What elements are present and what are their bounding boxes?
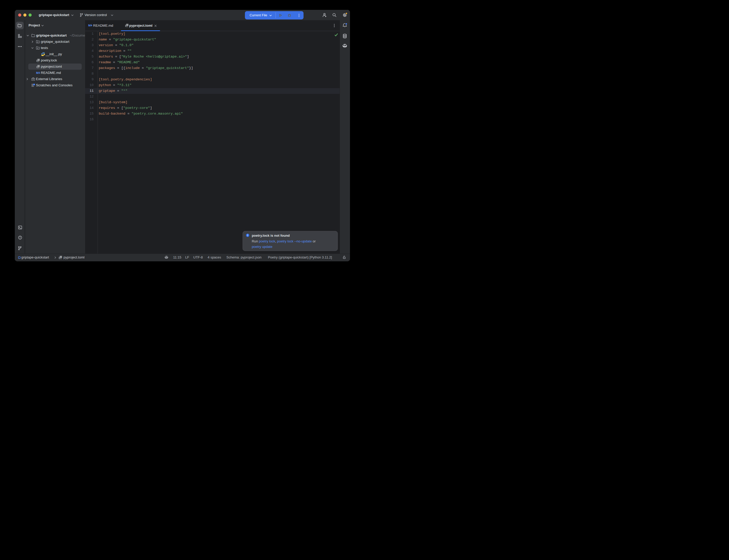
svg-text:[T]: [T]	[37, 67, 39, 69]
svg-text:[T]: [T]	[60, 258, 61, 260]
svg-text:M: M	[88, 24, 91, 27]
svg-text:[T]: [T]	[126, 26, 128, 27]
svg-text:[T]: [T]	[37, 61, 39, 62]
svg-text:M: M	[36, 71, 39, 74]
